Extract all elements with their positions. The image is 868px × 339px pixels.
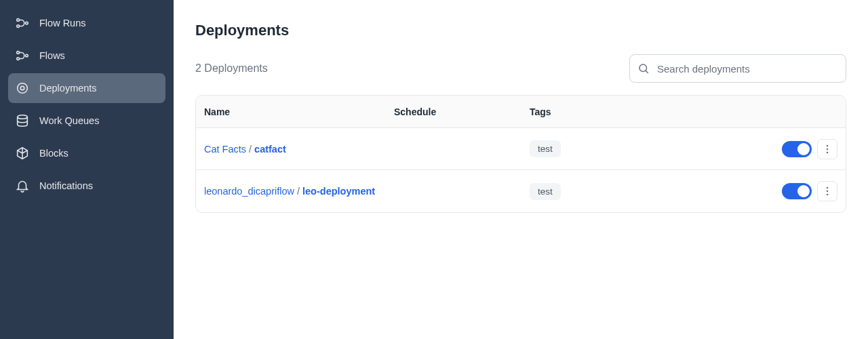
svg-point-7 [20, 86, 24, 90]
sidebar-item-flows[interactable]: Flows [8, 41, 165, 71]
enable-toggle[interactable] [782, 141, 812, 157]
svg-point-3 [17, 52, 20, 54]
svg-point-4 [17, 58, 20, 60]
sidebar-item-label: Deployments [39, 83, 97, 94]
deployments-table: Name Schedule Tags Cat Facts/catfact tes… [195, 95, 846, 213]
svg-point-15 [827, 194, 829, 196]
deployment-link[interactable]: catfact [254, 144, 286, 155]
main-content: Deployments 2 Deployments Name Schedule … [174, 0, 868, 339]
svg-point-11 [827, 148, 829, 150]
sidebar-item-deployments[interactable]: Deployments [8, 73, 165, 103]
tag-badge: test [530, 140, 561, 157]
name-cell: Cat Facts/catfact [204, 144, 394, 155]
actions-cell [756, 181, 837, 201]
sidebar-item-label: Blocks [39, 148, 68, 159]
sidebar: Flow Runs Flows Deployments Work Queues … [0, 0, 174, 339]
toolbar: 2 Deployments [195, 54, 846, 83]
deployment-link[interactable]: leo-deployment [302, 186, 375, 197]
svg-point-9 [639, 64, 647, 72]
svg-point-6 [18, 83, 28, 94]
sidebar-item-label: Flows [39, 50, 65, 61]
actions-cell [756, 139, 837, 159]
name-cell: leonardo_dicapriflow/leo-deployment [204, 186, 394, 197]
svg-point-14 [827, 191, 829, 193]
separator: / [246, 144, 254, 155]
sidebar-item-label: Work Queues [39, 115, 99, 126]
table-row: Cat Facts/catfact test [196, 128, 846, 170]
deployment-count: 2 Deployments [195, 62, 268, 75]
work-queues-icon [15, 113, 30, 128]
tag-badge: test [530, 183, 561, 200]
svg-point-0 [17, 19, 20, 22]
sidebar-item-flow-runs[interactable]: Flow Runs [8, 8, 165, 38]
search-container [629, 54, 846, 83]
more-actions-button[interactable] [817, 139, 837, 159]
tags-cell: test [530, 183, 756, 200]
notifications-icon [15, 178, 30, 193]
svg-point-8 [18, 115, 28, 119]
more-actions-button[interactable] [817, 181, 837, 201]
sidebar-item-notifications[interactable]: Notifications [8, 171, 165, 201]
column-header-name: Name [204, 106, 394, 117]
svg-point-13 [827, 187, 829, 189]
search-icon [637, 62, 650, 75]
sidebar-item-label: Flow Runs [39, 18, 86, 28]
column-header-tags: Tags [530, 106, 756, 117]
sidebar-item-work-queues[interactable]: Work Queues [8, 106, 165, 136]
table-header: Name Schedule Tags [196, 96, 846, 128]
flow-link[interactable]: Cat Facts [204, 144, 246, 155]
deployments-icon [15, 81, 30, 96]
blocks-icon [15, 146, 30, 161]
tags-cell: test [530, 140, 756, 157]
search-input[interactable] [629, 54, 846, 83]
svg-point-1 [17, 25, 20, 28]
sidebar-item-blocks[interactable]: Blocks [8, 138, 165, 168]
sidebar-item-label: Notifications [39, 180, 93, 191]
flows-icon [15, 48, 30, 63]
flow-runs-icon [15, 16, 30, 31]
svg-point-12 [827, 151, 829, 153]
page-title: Deployments [195, 22, 846, 39]
svg-point-2 [26, 22, 28, 24]
enable-toggle[interactable] [782, 183, 812, 199]
svg-point-10 [827, 144, 829, 146]
svg-point-5 [26, 54, 28, 57]
flow-link[interactable]: leonardo_dicapriflow [204, 186, 294, 197]
table-row: leonardo_dicapriflow/leo-deployment test [196, 170, 846, 212]
separator: / [294, 186, 302, 197]
column-header-schedule: Schedule [394, 106, 530, 117]
